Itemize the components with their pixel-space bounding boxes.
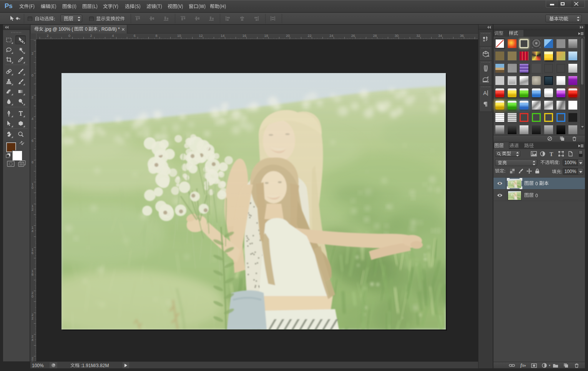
svg-text:A: A — [483, 90, 487, 96]
svg-text:T: T — [550, 151, 553, 156]
